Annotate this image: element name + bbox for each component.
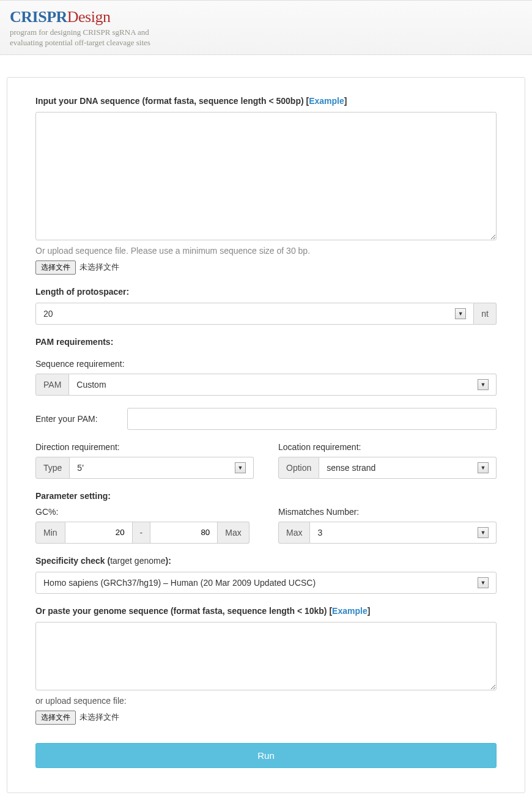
- chevron-down-icon: ▼: [478, 379, 489, 390]
- chevron-down-icon: ▼: [478, 577, 489, 588]
- genome-example-link[interactable]: Example: [332, 606, 368, 616]
- enter-pam-label: Enter your PAM:: [35, 414, 98, 424]
- mismatch-label: Mismatches Number:: [278, 507, 497, 517]
- run-button[interactable]: Run: [35, 743, 497, 768]
- gc-dash: -: [133, 522, 151, 544]
- pam-seq-req-label: Sequence requirement:: [35, 359, 497, 369]
- param-label: Parameter setting:: [35, 491, 497, 501]
- mismatch-addon: Max: [278, 522, 310, 544]
- tagline: program for designing CRISPR sgRNA and e…: [10, 28, 169, 48]
- direction-addon: Type: [35, 457, 70, 479]
- gc-max-input[interactable]: [150, 522, 218, 544]
- dna-example-link[interactable]: Example: [309, 96, 344, 106]
- genome-file-button[interactable]: 选择文件: [35, 711, 76, 725]
- chevron-down-icon: ▼: [478, 527, 489, 538]
- pam-select[interactable]: Custom ▼: [69, 374, 497, 396]
- gc-label: GC%:: [35, 507, 254, 517]
- genome-paste-label: Or paste your genome sequence (format fa…: [35, 606, 497, 616]
- gc-max-addon: Max: [218, 522, 249, 544]
- pam-input[interactable]: [127, 408, 497, 430]
- location-label: Location requirement:: [278, 442, 497, 452]
- dna-file-status: 未选择文件: [79, 262, 119, 273]
- protospacer-label: Length of protospacer:: [35, 287, 497, 297]
- pam-section-label: PAM requirements:: [35, 337, 497, 347]
- page-header: CRISPRDesign program for designing CRISP…: [0, 0, 532, 55]
- specificity-label: Specificity check (target genome):: [35, 556, 497, 566]
- protospacer-unit: nt: [474, 303, 497, 325]
- protospacer-select[interactable]: 20 ▼: [35, 303, 474, 325]
- direction-label: Direction requirement:: [35, 442, 254, 452]
- mismatch-select[interactable]: 3 ▼: [310, 522, 497, 544]
- logo-design: Design: [67, 8, 111, 26]
- chevron-down-icon: ▼: [235, 462, 246, 473]
- form-container: Input your DNA sequence (format fasta, s…: [7, 77, 525, 793]
- location-select[interactable]: sense strand ▼: [319, 457, 497, 479]
- gc-min-addon: Min: [35, 522, 65, 544]
- logo: CRISPRDesign: [10, 8, 522, 26]
- dna-upload-hint: Or upload sequence file. Please use a mi…: [35, 246, 497, 256]
- pam-addon: PAM: [35, 374, 69, 396]
- logo-crispr: CRISPR: [10, 8, 67, 26]
- location-addon: Option: [278, 457, 319, 479]
- gc-min-input[interactable]: [65, 522, 133, 544]
- dna-file-button[interactable]: 选择文件: [35, 260, 76, 275]
- genome-select[interactable]: Homo sapiens (GRCh37/hg19) – Human (20 M…: [35, 572, 497, 594]
- chevron-down-icon: ▼: [455, 308, 466, 319]
- chevron-down-icon: ▼: [478, 462, 489, 473]
- genome-file-status: 未选择文件: [79, 712, 119, 723]
- direction-select[interactable]: 5' ▼: [70, 457, 254, 479]
- genome-sequence-textarea[interactable]: [35, 622, 497, 690]
- dna-input-label: Input your DNA sequence (format fasta, s…: [35, 96, 497, 106]
- genome-upload-hint: or upload sequence file:: [35, 696, 497, 706]
- dna-sequence-textarea[interactable]: [35, 112, 497, 240]
